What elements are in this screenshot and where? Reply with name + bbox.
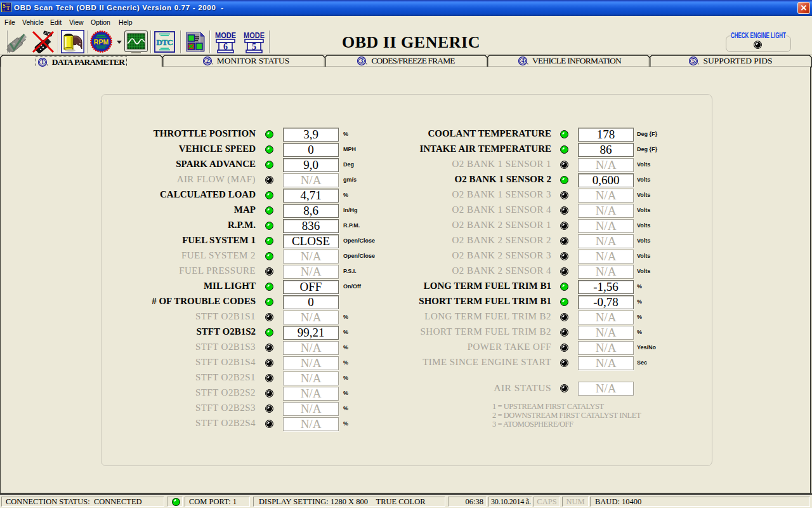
svg-text:MODE: MODE xyxy=(244,31,265,40)
svg-text:MODE: MODE xyxy=(215,31,236,40)
svg-text:S: S xyxy=(3,3,6,9)
svg-text:3: 3 xyxy=(360,58,363,64)
svg-text:1: 1 xyxy=(41,59,44,65)
svg-text:DTC: DTC xyxy=(157,37,173,47)
svg-text:T: T xyxy=(6,6,10,11)
svg-text:5: 5 xyxy=(692,58,695,64)
svg-text:4: 4 xyxy=(521,58,525,64)
svg-text:RPM: RPM xyxy=(94,38,109,46)
svg-text:5: 5 xyxy=(252,42,256,51)
svg-text:6: 6 xyxy=(223,42,228,51)
svg-text:2: 2 xyxy=(206,58,209,64)
